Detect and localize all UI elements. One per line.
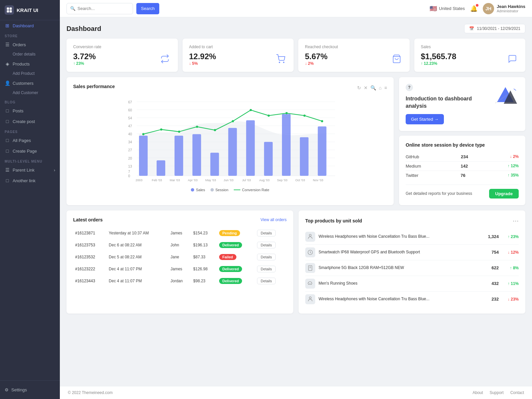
order-date-2: Dec 6 at 08:22 AM <box>107 239 169 251</box>
stat-card-checkout: Reached checkout 5.67% ↓ 2% <box>298 39 410 72</box>
footer-link-contact[interactable]: Contact <box>510 390 524 395</box>
sidebar-item-all-pages[interactable]: □ All Pages <box>0 135 60 146</box>
product-name-5: Wireless Headphones with Noise Cancellat… <box>319 297 479 302</box>
flag-icon: 🇺🇸 <box>430 5 437 12</box>
chart-action-home[interactable]: ⌂ <box>379 85 381 90</box>
app-logo[interactable]: KRAIT UI <box>0 0 60 20</box>
sidebar-item-order-details[interactable]: Order details <box>0 50 60 59</box>
sidebar-item-posts[interactable]: □ Posts <box>0 105 60 116</box>
chart-action-zoom[interactable]: 🔍 <box>370 85 376 90</box>
order-customer-3: Jane <box>169 251 191 263</box>
product-thumb-4 <box>305 279 315 289</box>
stat-value-row-sales: $1,565.78 ↑ 12.23% <box>421 52 519 66</box>
svg-rect-32 <box>210 153 219 176</box>
notification-dot <box>476 4 478 7</box>
svg-rect-67 <box>309 265 312 270</box>
session-change-github: ↓ 2% <box>510 154 519 159</box>
sales-chart-title: Sales performance <box>73 84 115 89</box>
product-name-2: Smartwatch IP68 Waterproof GPS and Bluet… <box>319 250 479 255</box>
sidebar-item-customers[interactable]: 👤 Customers <box>0 78 60 88</box>
product-units-1: 1,324 <box>482 234 499 239</box>
stat-value-row-checkout: 5.67% ↓ 2% <box>305 52 403 66</box>
order-date-3: Dec 5 at 08:22 AM <box>107 251 169 263</box>
product-row-4: Men's Running Shoes 432 ↑ 11% <box>305 276 519 292</box>
svg-point-5 <box>283 62 284 63</box>
middle-grid: Sales performance ↻ ✕ 🔍 ⌂ ≡ 67 60 54 <box>66 77 525 205</box>
sidebar-item-orders[interactable]: ☰ Orders <box>0 39 60 50</box>
svg-point-39 <box>142 133 145 135</box>
upgrade-row: Get detailed reports for your business U… <box>406 185 519 199</box>
order-customer-2: John <box>169 239 191 251</box>
session-source-twitter: Twitter <box>406 173 418 178</box>
order-customer-5: Jordan <box>169 275 191 287</box>
sidebar-item-settings[interactable]: ⚙ Settings <box>5 385 55 394</box>
region-selector[interactable]: 🇺🇸 United States <box>430 5 465 12</box>
order-details-btn-4[interactable]: Details <box>257 266 276 272</box>
chart-action-sync[interactable]: ↻ <box>357 85 361 90</box>
footer-link-about[interactable]: About <box>472 390 483 395</box>
order-date-1: Yesterday at 10:37 AM <box>107 227 169 239</box>
order-status-1: Pending <box>219 230 240 236</box>
all-pages-icon: □ <box>5 138 10 143</box>
svg-text:20: 20 <box>128 157 132 160</box>
svg-point-48 <box>304 114 306 117</box>
legend-dot-sales <box>191 188 194 192</box>
svg-text:47: 47 <box>128 124 132 128</box>
footer-link-support[interactable]: Support <box>490 390 504 395</box>
session-change-medium: ↑ 12% <box>508 164 519 168</box>
sidebar-item-parent-link[interactable]: ☰ Parent Link › <box>0 165 60 175</box>
chart-action-menu[interactable]: ≡ <box>384 85 387 90</box>
sidebar-item-products[interactable]: ◈ Products <box>0 59 60 69</box>
search-button[interactable]: Search <box>136 3 159 14</box>
order-details-btn-1[interactable]: Details <box>257 230 276 236</box>
svg-text:60: 60 <box>128 108 132 112</box>
stat-value-checkout: 5.67% <box>305 52 328 61</box>
search-box: 🔍 <box>66 3 133 14</box>
svg-text:Jul '03: Jul '03 <box>242 179 251 182</box>
footer-links: About Support Contact <box>472 390 524 395</box>
svg-point-4 <box>279 62 280 63</box>
svg-text:7: 7 <box>128 170 130 174</box>
chart-action-close[interactable]: ✕ <box>364 85 368 90</box>
stat-card-sales: Sales $1,565.78 ↑ 12.23% <box>414 39 526 72</box>
sidebar-item-dashboard[interactable]: ⊞ Dashboard <box>0 20 60 31</box>
notification-bell[interactable]: 🔔 <box>470 5 477 12</box>
svg-text:Nov '03: Nov '03 <box>313 179 323 182</box>
svg-line-64 <box>514 89 516 90</box>
date-range-picker[interactable]: 📅 11/30/2021 - 12/29/2021 <box>464 24 525 33</box>
svg-rect-2 <box>7 10 9 13</box>
more-options-icon[interactable]: ⋯ <box>513 217 519 224</box>
settings-icon: ⚙ <box>5 387 9 392</box>
upgrade-button[interactable]: Upgrade <box>489 189 519 199</box>
order-details-btn-3[interactable]: Details <box>257 254 276 260</box>
products-icon: ◈ <box>5 61 10 66</box>
svg-point-47 <box>286 112 288 114</box>
order-id-5: #16123443 <box>75 279 95 283</box>
legend-label-session: Session <box>215 188 228 192</box>
stat-card-conversion: Conversion rate 3.72% ↑ 23% <box>66 39 178 72</box>
svg-rect-1 <box>10 8 12 10</box>
logo-icon <box>5 5 14 15</box>
order-details-btn-2[interactable]: Details <box>257 242 276 248</box>
order-amount-5: $98.23 <box>191 275 217 287</box>
intro-graphic <box>492 84 519 110</box>
right-column: ? Introduction to dashboard analysis Get… <box>399 77 525 205</box>
search-input[interactable] <box>77 6 124 11</box>
svg-text:Jun '03: Jun '03 <box>224 179 234 182</box>
multi-section-label: MULTI-LEVEL MENU <box>0 156 60 165</box>
legend-sales: Sales <box>191 188 205 192</box>
chevron-right-icon: › <box>54 168 55 173</box>
user-info[interactable]: JH Jean Hawkins Administrator <box>483 3 525 14</box>
order-id-2: #16123753 <box>75 243 95 247</box>
sidebar-item-another-link[interactable]: □ Another link <box>0 175 60 186</box>
sidebar-item-add-product[interactable]: Add Product <box>0 69 60 78</box>
product-units-4: 432 <box>482 281 499 286</box>
product-row-3: Smartphone 5G Black 12GB RAM+512GB NEW 6… <box>305 260 519 276</box>
sidebar-item-create-post[interactable]: □ Create post <box>0 116 60 127</box>
get-started-button[interactable]: Get Started → <box>406 114 444 124</box>
product-list: Wireless Headphones with Noise Cancellat… <box>305 229 519 307</box>
order-details-btn-5[interactable]: Details <box>257 278 276 284</box>
view-all-orders-link[interactable]: View all orders <box>261 217 287 222</box>
sidebar-item-add-customer[interactable]: Add Customer <box>0 88 60 97</box>
sidebar-item-create-page[interactable]: □ Create Page <box>0 146 60 156</box>
